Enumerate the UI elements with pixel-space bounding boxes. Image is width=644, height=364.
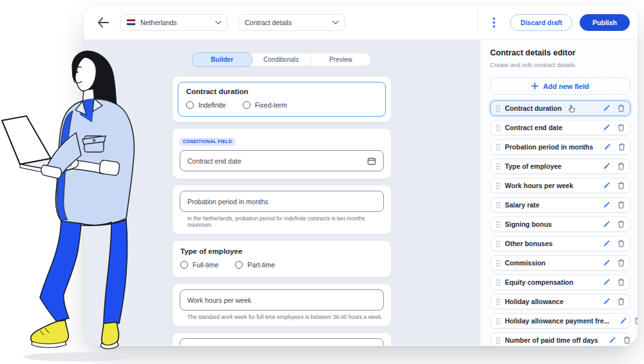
edit-field-button[interactable] bbox=[618, 316, 629, 326]
netherlands-flag-icon bbox=[126, 19, 136, 26]
drag-handle-icon[interactable] bbox=[496, 105, 500, 112]
calendar-icon[interactable] bbox=[367, 157, 376, 166]
edit-field-button[interactable] bbox=[601, 200, 612, 210]
delete-field-button[interactable] bbox=[617, 142, 627, 152]
delete-field-button[interactable] bbox=[616, 161, 626, 171]
delete-field-button[interactable] bbox=[616, 180, 626, 191]
delete-field-button[interactable] bbox=[616, 122, 626, 133]
drag-handle-icon[interactable] bbox=[496, 337, 500, 344]
drag-handle-icon[interactable] bbox=[496, 202, 500, 209]
sidebar-field-row[interactable]: Salary rate bbox=[490, 197, 630, 213]
salary-rate-select[interactable]: Salary rate bbox=[180, 338, 384, 345]
work-hours-input[interactable]: Work hours per week bbox=[180, 289, 384, 311]
sidebar-field-row[interactable]: Commission bbox=[490, 255, 630, 271]
tab-builder[interactable]: Builder bbox=[193, 53, 252, 66]
sidebar-field-row[interactable]: Probation period in months bbox=[490, 139, 630, 155]
sidebar-field-label: Probation period in months bbox=[505, 143, 593, 151]
drag-handle-icon[interactable] bbox=[496, 260, 500, 267]
edit-field-button[interactable] bbox=[601, 180, 612, 191]
edit-field-button[interactable] bbox=[601, 238, 612, 249]
edit-field-button[interactable] bbox=[601, 258, 612, 268]
edit-field-button[interactable] bbox=[607, 335, 618, 345]
country-select[interactable]: Netherlands bbox=[120, 14, 228, 31]
delete-field-button[interactable] bbox=[616, 277, 626, 287]
sidebar-field-label: Salary rate bbox=[505, 201, 540, 209]
template-select[interactable]: Contract details bbox=[238, 14, 345, 31]
sidebar-field-label: Number of paid time off days bbox=[505, 336, 598, 344]
discard-draft-button[interactable]: Discard draft bbox=[510, 14, 573, 31]
contract-end-date-input[interactable]: Contract end date bbox=[180, 150, 384, 171]
sidebar-field-row[interactable]: Other bonuses bbox=[490, 236, 630, 251]
sidebar-field-label: Contract duration bbox=[505, 104, 562, 112]
drag-handle-icon[interactable] bbox=[496, 240, 500, 247]
tab-conditionals[interactable]: Conditionals bbox=[252, 53, 312, 66]
drag-handle-icon[interactable] bbox=[496, 221, 500, 228]
arrow-left-icon bbox=[97, 17, 109, 28]
radio-circle-icon bbox=[180, 261, 188, 269]
sidebar-field-row[interactable]: Holiday allowance bbox=[490, 294, 630, 309]
delete-field-button[interactable] bbox=[616, 258, 626, 268]
hand-cursor-icon bbox=[567, 104, 576, 113]
sidebar-field-row[interactable]: Signing bonus bbox=[490, 216, 630, 232]
edit-field-button[interactable] bbox=[602, 142, 612, 152]
delete-field-button[interactable] bbox=[633, 316, 638, 326]
delete-field-button[interactable] bbox=[616, 219, 626, 229]
topbar-divider bbox=[477, 5, 478, 40]
edit-field-button[interactable] bbox=[601, 277, 612, 287]
drag-handle-icon[interactable] bbox=[496, 298, 500, 305]
card-contract-end-date: CONDITIONAL FIELD Contract end date bbox=[172, 128, 392, 179]
drag-handle-icon[interactable] bbox=[496, 182, 500, 189]
sidebar-field-label: Contract end date bbox=[505, 124, 562, 131]
drag-handle-icon[interactable] bbox=[496, 318, 500, 325]
add-new-field-button[interactable]: Add new field bbox=[490, 77, 630, 95]
drag-handle-icon[interactable] bbox=[496, 279, 500, 286]
card-contract-duration: Contract duration Indefinite Fixed-term bbox=[172, 76, 392, 122]
card-type-of-employee: Type of employee Full-time Part-time bbox=[172, 240, 392, 278]
back-button[interactable] bbox=[94, 14, 112, 32]
top-bar: Netherlands Contract details Discard dra… bbox=[84, 5, 638, 40]
builder-tab-bar: Builder Conditionals Preview bbox=[193, 53, 371, 66]
delete-field-button[interactable] bbox=[616, 296, 626, 307]
sidebar-field-row[interactable]: Holiday allowance payment fre... bbox=[490, 313, 630, 329]
delete-field-button[interactable] bbox=[616, 103, 626, 113]
edit-field-button[interactable] bbox=[601, 103, 612, 113]
delete-field-button[interactable] bbox=[622, 335, 632, 345]
field-label: Contract duration bbox=[186, 88, 377, 95]
radio-fixed-term[interactable]: Fixed-term bbox=[243, 101, 287, 109]
edit-field-button[interactable] bbox=[601, 296, 612, 307]
sidebar-field-label: Type of employee bbox=[505, 162, 562, 170]
selected-field-outline[interactable]: Contract duration Indefinite Fixed-term bbox=[178, 82, 386, 117]
edit-field-button[interactable] bbox=[601, 122, 612, 133]
sidebar-field-row[interactable]: Equity compensation bbox=[490, 274, 630, 290]
drag-handle-icon[interactable] bbox=[496, 163, 500, 170]
radio-part-time[interactable]: Part-time bbox=[235, 261, 275, 269]
sidebar-field-row[interactable]: Type of employee bbox=[490, 158, 630, 174]
radio-full-time[interactable]: Full-time bbox=[180, 261, 218, 269]
radio-indefinite[interactable]: Indefinite bbox=[186, 101, 226, 109]
drag-handle-icon[interactable] bbox=[496, 124, 500, 131]
work-hours-helper-text: The standard work week for full-time emp… bbox=[187, 314, 384, 320]
delete-field-button[interactable] bbox=[616, 238, 626, 249]
drag-handle-icon[interactable] bbox=[496, 144, 500, 151]
publish-button[interactable]: Publish bbox=[580, 14, 630, 31]
more-options-button[interactable] bbox=[487, 15, 501, 30]
field-list: Contract duration bbox=[490, 101, 630, 346]
sidebar-field-row[interactable]: Contract duration bbox=[490, 101, 630, 116]
sidebar-field-row[interactable]: Number of paid time off days bbox=[490, 332, 630, 346]
select-value: Salary rate bbox=[187, 345, 369, 346]
tab-preview[interactable]: Preview bbox=[311, 53, 370, 66]
edit-field-button[interactable] bbox=[601, 219, 612, 229]
sidebar-field-row[interactable]: Work hours per week bbox=[490, 178, 630, 193]
delete-field-button[interactable] bbox=[616, 200, 626, 210]
radio-group-contract-duration: Indefinite Fixed-term bbox=[186, 101, 377, 109]
radio-circle-icon bbox=[243, 101, 251, 109]
chevron-down-icon bbox=[332, 21, 339, 24]
sidebar-field-row[interactable]: Contract end date bbox=[490, 120, 630, 135]
sidebar-field-label: Holiday allowance payment fre... bbox=[505, 317, 609, 325]
kebab-menu-icon bbox=[493, 17, 495, 28]
field-label: Type of employee bbox=[180, 247, 383, 255]
probation-helper-text: In the Netherlands, probation period for… bbox=[187, 215, 384, 228]
builder-canvas: Builder Conditionals Preview Contract du… bbox=[84, 40, 480, 345]
probation-period-input[interactable]: Probation period in months bbox=[180, 191, 384, 212]
edit-field-button[interactable] bbox=[601, 161, 612, 171]
